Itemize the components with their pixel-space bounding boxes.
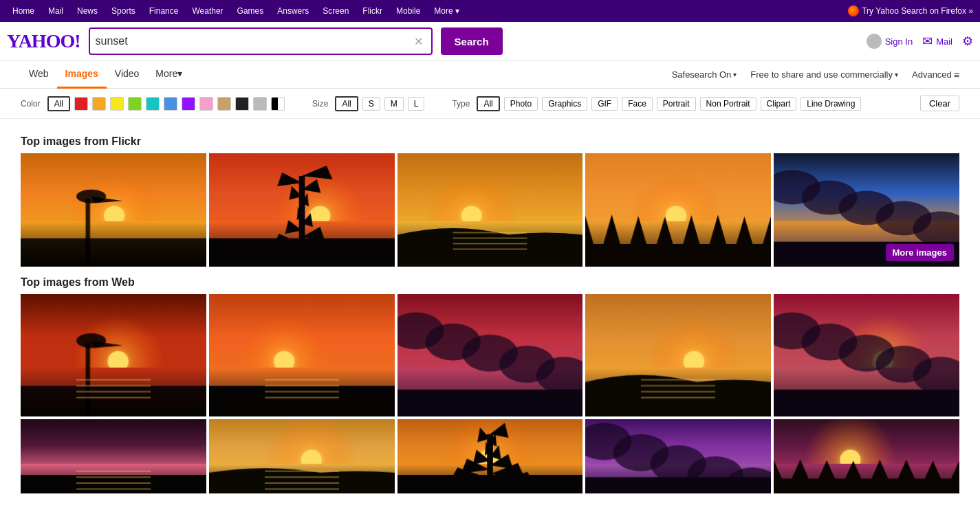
firefox-promo[interactable]: Try Yahoo Search on Firefox » [848,5,973,16]
filter-row: Color All Size All S M L Type All Photo … [0,89,980,119]
clear-filters-button[interactable]: Clear [920,96,959,111]
nav-more[interactable]: More ▾ [428,0,464,22]
web-section-title: Top images from Web [21,276,959,289]
subnav: Web Images Video More ▾ Safesearch On ▾ … [0,61,980,89]
search-button[interactable]: Search [441,27,503,55]
sign-in-button[interactable]: Sign In [867,34,913,49]
web-image-6[interactable] [21,419,206,493]
topbar: Home Mail News Sports Finance Weather Ga… [0,0,980,22]
nav-finance[interactable]: Finance [144,0,184,22]
size-s-btn[interactable]: S [362,97,380,111]
advanced-lines-icon: ≡ [954,69,959,80]
color-filter: Color All [21,96,285,111]
flickr-image-grid: More images [21,153,959,267]
type-clipart-btn[interactable]: Clipart [761,97,797,111]
nav-news[interactable]: News [72,0,103,22]
color-bw-swatch[interactable] [271,97,285,111]
web-image-grid [21,294,959,493]
web-image-9[interactable] [585,419,771,493]
color-filter-label: Color [21,99,41,109]
mail-button[interactable]: ✉ Mail [922,34,952,49]
flickr-image-5[interactable]: More images [774,153,959,267]
yahoo-logo[interactable]: YAHOO! [7,30,80,52]
web-image-4[interactable] [585,294,771,416]
nav-home[interactable]: Home [7,0,40,22]
nav-games[interactable]: Games [232,0,270,22]
color-black-swatch[interactable] [235,97,249,111]
web-image-2[interactable] [209,294,395,416]
flickr-image-1[interactable] [21,153,206,267]
size-filter-label: Size [312,99,328,109]
color-blue-swatch[interactable] [164,97,177,111]
web-image-1[interactable] [21,294,206,416]
type-portrait-btn[interactable]: Portrait [657,97,696,111]
color-yellow-swatch[interactable] [110,97,124,111]
flickr-section-title: Top images from Flickr [21,135,959,148]
nav-answers[interactable]: Answers [272,0,314,22]
main-content: Top images from Flickr More images Top i… [0,119,980,500]
settings-icon[interactable]: ⚙ [962,34,973,49]
color-all-btn[interactable]: All [47,96,70,111]
user-avatar-icon [867,34,882,49]
size-filter: Size All S M L [312,96,424,111]
color-red-swatch[interactable] [74,97,88,111]
type-linedrawing-btn[interactable]: Line Drawing [801,97,861,111]
color-gray-swatch[interactable] [253,97,267,111]
topbar-right: Try Yahoo Search on Firefox » [848,5,973,16]
color-purple-swatch[interactable] [182,97,195,111]
color-teal-swatch[interactable] [146,97,160,111]
nav-flickr[interactable]: Flickr [357,0,388,22]
subnav-more-arrow: ▾ [177,68,182,79]
mail-envelope-icon: ✉ [922,34,933,49]
color-pink-swatch[interactable] [199,97,213,111]
size-m-btn[interactable]: M [384,97,404,111]
type-photo-btn[interactable]: Photo [504,97,538,111]
nav-mail[interactable]: Mail [43,0,69,22]
subnav-right: Safesearch On ▾ Free to share and use co… [672,69,959,80]
nav-sports[interactable]: Sports [106,0,141,22]
firefox-icon [848,5,859,16]
type-filter: Type All Photo Graphics GIF Face Portrai… [452,96,861,111]
type-face-btn[interactable]: Face [622,97,653,111]
flickr-image-3[interactable] [398,153,583,267]
flickr-image-2[interactable] [209,153,395,267]
nav-weather[interactable]: Weather [186,0,228,22]
web-image-3[interactable] [398,294,583,416]
license-arrow: ▾ [895,71,898,78]
subnav-video[interactable]: Video [107,61,148,89]
search-input[interactable] [96,35,411,47]
license-dropdown[interactable]: Free to share and use commercially ▾ [750,69,898,80]
type-all-btn[interactable]: All [477,96,499,111]
web-image-7[interactable] [209,419,395,493]
type-filter-label: Type [452,99,470,109]
size-l-btn[interactable]: L [408,97,425,111]
color-orange-swatch[interactable] [92,97,106,111]
web-image-8[interactable] [398,419,583,493]
safesearch-dropdown[interactable]: Safesearch On ▾ [672,69,737,80]
subnav-images[interactable]: Images [57,61,107,89]
subnav-web[interactable]: Web [21,61,57,89]
color-tan-swatch[interactable] [217,97,231,111]
more-dropdown-arrow: ▾ [455,6,459,16]
type-graphics-btn[interactable]: Graphics [542,97,587,111]
color-green-swatch[interactable] [128,97,142,111]
user-controls: Sign In ✉ Mail ⚙ [867,34,973,49]
type-nonportrait-btn[interactable]: Non Portrait [700,97,756,111]
nav-mobile[interactable]: Mobile [391,0,426,22]
web-row-2 [21,419,959,493]
subnav-more[interactable]: More ▾ [147,61,190,89]
web-image-10[interactable] [774,419,959,493]
safesearch-arrow: ▾ [733,71,737,78]
more-images-button[interactable]: More images [886,244,954,261]
clear-input-button[interactable]: ✕ [411,35,426,48]
flickr-image-4[interactable] [585,153,771,267]
size-all-btn[interactable]: All [335,96,358,111]
nav-screen[interactable]: Screen [317,0,354,22]
searchbar-row: YAHOO! ✕ Search Sign In ✉ Mail ⚙ [0,22,980,61]
search-input-wrap: ✕ [89,27,433,55]
web-row-1 [21,294,959,416]
advanced-button[interactable]: Advanced ≡ [912,69,959,80]
type-gif-btn[interactable]: GIF [591,97,618,111]
web-image-5[interactable] [774,294,959,416]
